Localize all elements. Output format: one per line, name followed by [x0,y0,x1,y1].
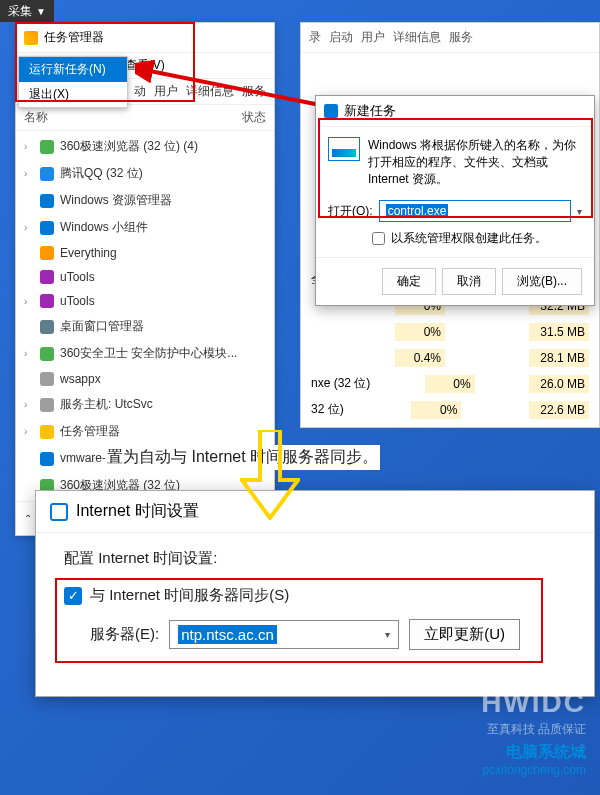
ok-button[interactable]: 确定 [382,268,436,295]
menu-item-new-task[interactable]: 运行新任务(N) [19,57,127,82]
its-titlebar: Internet 时间设置 [36,491,594,533]
mem-val: 31.5 MB [529,323,589,341]
watermark-url: pcxitongcheng.com [481,763,586,777]
process-row[interactable]: Everything [16,241,274,265]
new-task-description-row: Windows 将根据你所键入的名称，为你打开相应的程序、文件夹、文档或 Int… [328,137,582,188]
mem-val: 28.1 MB [529,349,589,367]
cpu-pct: 0% [411,401,461,419]
rtab-2[interactable]: 用户 [361,29,385,46]
process-name: 任务管理器 [60,423,120,440]
cpu-pct: 0.4% [395,349,445,367]
tab-partial-1[interactable]: 用户 [154,83,178,100]
right-process-row[interactable]: nxe (32 位)0%26.0 MB [301,371,599,397]
watermark: HWIDC 至真科技 品质保证 电脑系统城 pcxitongcheng.com [481,687,586,777]
expand-icon: › [24,296,34,307]
chevron-down-icon: ▼ [36,6,46,17]
sync-checkbox-label: 与 Internet 时间服务器同步(S) [90,586,289,605]
internet-time-settings-dialog: Internet 时间设置 配置 Internet 时间设置: ✓ 与 Inte… [35,490,595,697]
process-name: uTools [60,294,95,308]
process-icon [40,452,54,466]
process-row[interactable]: ›uTools [16,289,274,313]
new-task-icon [324,104,338,118]
cancel-button[interactable]: 取消 [442,268,496,295]
update-now-button[interactable]: 立即更新(U) [409,619,520,650]
expand-icon: › [24,222,34,233]
process-row[interactable]: ›360极速浏览器 (32 位) (4) [16,133,274,160]
rtab-0[interactable]: 录 [309,29,321,46]
task-manager-icon [24,31,38,45]
menu-item-exit[interactable]: 退出(X) [19,82,127,107]
process-icon [40,320,54,334]
mem-val: 26.0 MB [529,375,589,393]
file-menu-dropdown: 运行新任务(N) 退出(X) [18,56,128,108]
rtab-1[interactable]: 启动 [329,29,353,46]
process-icon [40,167,54,181]
process-icon [40,246,54,260]
its-title: Internet 时间设置 [76,501,199,522]
process-row[interactable]: ›Windows 小组件 [16,214,274,241]
process-row[interactable]: wsappx [16,367,274,391]
process-name: uTools [60,270,95,284]
tab-partial-0[interactable]: 动 [134,83,146,100]
chevron-up-icon: ⌃ [24,513,32,524]
process-icon [40,194,54,208]
admin-checkbox-row: 以系统管理权限创建此任务。 [372,230,582,247]
col-name: 名称 [24,109,48,126]
new-task-description: Windows 将根据你所键入的名称，为你打开相应的程序、文件夹、文档或 Int… [368,137,582,188]
process-row[interactable]: uTools [16,265,274,289]
process-icon [40,347,54,361]
process-icon [40,140,54,154]
right-row-name: nxe (32 位) [311,375,370,393]
watermark-site: 电脑系统城 [481,742,586,763]
right-process-row[interactable]: 0.4%28.1 MB [301,345,599,371]
tab-partial-3[interactable]: 服务 [242,83,266,100]
process-row[interactable]: ›服务主机: UtcSvc [16,391,274,418]
new-task-title: 新建任务 [344,102,396,120]
admin-checkbox[interactable] [372,232,385,245]
capture-toolbar[interactable]: 采集 ▼ [0,0,54,22]
expand-icon: › [24,168,34,179]
chevron-down-icon: ▾ [385,629,390,640]
expand-icon: › [24,348,34,359]
new-task-dialog: 新建任务 Windows 将根据你所键入的名称，为你打开相应的程序、文件夹、文档… [315,95,595,306]
sync-description-text: 置为自动与 Internet 时间服务器同步。 [105,445,380,470]
expand-icon: › [24,399,34,410]
process-name: Everything [60,246,117,260]
rtab-3[interactable]: 详细信息 [393,29,441,46]
server-select[interactable]: ntp.ntsc.ac.cn ▾ [169,620,399,649]
process-row[interactable]: Windows 资源管理器 [16,187,274,214]
open-input[interactable]: control.exe [379,200,571,222]
process-name: 腾讯QQ (32 位) [60,165,143,182]
watermark-logo: HWIDC [481,687,586,719]
browse-button[interactable]: 浏览(B)... [502,268,582,295]
task-manager-titlebar: 任务管理器 [16,23,274,53]
process-row[interactable]: ›任务管理器 [16,418,274,445]
its-config-label: 配置 Internet 时间设置: [64,549,566,568]
process-row[interactable]: ›腾讯QQ (32 位) [16,160,274,187]
process-icon [40,372,54,386]
process-icon [40,270,54,284]
watermark-subtitle: 至真科技 品质保证 [481,721,586,738]
dropdown-caret-icon[interactable]: ▾ [577,206,582,217]
tab-partial-2[interactable]: 详细信息 [186,83,234,100]
sync-checkbox[interactable]: ✓ [64,587,82,605]
process-name: 360安全卫士 安全防护中心模块... [60,345,237,362]
right-process-row[interactable]: 0%31.5 MB [301,319,599,345]
rtab-4[interactable]: 服务 [449,29,473,46]
capture-label: 采集 [8,3,32,20]
server-label: 服务器(E): [90,625,159,644]
process-row[interactable]: ›360安全卫士 安全防护中心模块... [16,340,274,367]
col-status: 状态 [242,109,266,126]
new-task-buttons: 确定 取消 浏览(B)... [316,257,594,305]
admin-checkbox-label: 以系统管理权限创建此任务。 [391,230,547,247]
right-tabs: 录 启动 用户 详细信息 服务 [301,23,599,53]
task-manager-title: 任务管理器 [44,29,104,46]
mem-val: 22.6 MB [529,401,589,419]
right-process-row[interactable]: 32 位)0%22.6 MB [301,397,599,423]
clock-settings-icon [50,503,68,521]
menu-view[interactable]: 查看(V) [125,57,165,74]
process-icon [40,398,54,412]
process-row[interactable]: 桌面窗口管理器 [16,313,274,340]
open-input-row: 打开(O): control.exe ▾ [328,200,582,222]
process-icon [40,425,54,439]
